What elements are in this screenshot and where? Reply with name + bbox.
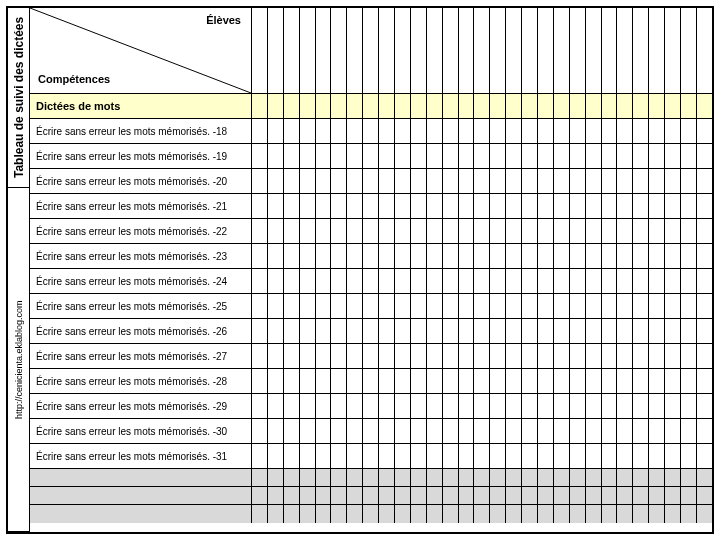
grid-cell <box>459 444 475 468</box>
grid-cell <box>268 144 284 168</box>
grid-cell <box>443 505 459 523</box>
grid-cell <box>427 194 443 218</box>
grid-cell <box>490 394 506 418</box>
grid-cell <box>331 219 347 243</box>
grid-cell <box>617 219 633 243</box>
grid-cell <box>363 219 379 243</box>
grid-cell <box>506 294 522 318</box>
grid-cells <box>252 144 712 168</box>
grid-cell <box>252 419 268 443</box>
grid-cell <box>586 469 602 486</box>
grid-cell <box>316 269 332 293</box>
grid-cell <box>316 294 332 318</box>
grid-cell <box>570 487 586 504</box>
grid-cell <box>268 505 284 523</box>
grid-cell <box>284 369 300 393</box>
grid-cell <box>538 469 554 486</box>
grid-cell <box>268 94 284 118</box>
grid-cell <box>633 444 649 468</box>
grid-cell <box>379 219 395 243</box>
grid-cell <box>268 487 284 504</box>
grid-cell <box>268 8 284 93</box>
grid-cell <box>490 119 506 143</box>
grid-cell <box>347 394 363 418</box>
grid-cell <box>617 394 633 418</box>
grid-cell <box>649 194 665 218</box>
grid-cell <box>252 94 268 118</box>
grid-cell <box>633 344 649 368</box>
grid-cell <box>411 119 427 143</box>
grid-cell <box>395 419 411 443</box>
grid-cell <box>649 244 665 268</box>
grid-cell <box>474 319 490 343</box>
grid-cell <box>490 444 506 468</box>
grid-cell <box>300 219 316 243</box>
grid-cell <box>459 294 475 318</box>
grid-cell <box>379 194 395 218</box>
grid-cell <box>506 394 522 418</box>
grid-cell <box>649 169 665 193</box>
grid-cell <box>379 119 395 143</box>
grid-cell <box>681 169 697 193</box>
grid-cell <box>395 369 411 393</box>
grid-cell <box>617 294 633 318</box>
grid-cell <box>395 94 411 118</box>
grid-cell <box>586 244 602 268</box>
grid-cell <box>538 94 554 118</box>
grid-cell <box>602 419 618 443</box>
grid-cell <box>363 344 379 368</box>
grid-cell <box>665 469 681 486</box>
grid-cell <box>633 319 649 343</box>
grid-cell <box>681 319 697 343</box>
grid-cell <box>554 219 570 243</box>
grid-cell <box>538 294 554 318</box>
grid-cell <box>697 505 712 523</box>
grid-cell <box>681 487 697 504</box>
grid-cell <box>427 394 443 418</box>
grid-cell <box>570 219 586 243</box>
grid-cell <box>506 469 522 486</box>
grid-cell <box>300 419 316 443</box>
grid-cell <box>411 394 427 418</box>
grid-cell <box>395 244 411 268</box>
grid-cell <box>474 505 490 523</box>
grid-cell <box>411 144 427 168</box>
grid-cell <box>697 94 712 118</box>
grid-cell <box>268 269 284 293</box>
grid-cell <box>427 505 443 523</box>
grid-cell <box>649 8 665 93</box>
grid-cell <box>649 294 665 318</box>
grid-cell <box>316 219 332 243</box>
grid-cell <box>570 94 586 118</box>
grid-cell <box>602 294 618 318</box>
empty-label-cell <box>30 505 252 523</box>
grid-cell <box>633 269 649 293</box>
grid-cell <box>443 169 459 193</box>
grid-cell <box>522 369 538 393</box>
grid-cell <box>347 244 363 268</box>
grid-cell <box>347 419 363 443</box>
grid-cell <box>395 394 411 418</box>
grid-cell <box>379 344 395 368</box>
grid-cell <box>300 394 316 418</box>
grid-cell <box>268 319 284 343</box>
grid-cell <box>602 394 618 418</box>
grid-cell <box>347 319 363 343</box>
document-title: Tableau de suivi des dictées <box>8 8 29 188</box>
grid-cell <box>617 369 633 393</box>
grid-cell <box>379 244 395 268</box>
grid-cell <box>284 144 300 168</box>
grid-cell <box>316 487 332 504</box>
grid-cell <box>316 169 332 193</box>
grid-cell <box>331 294 347 318</box>
grid-cell <box>538 8 554 93</box>
grid-cell <box>395 219 411 243</box>
grid-cell <box>554 8 570 93</box>
grid-cell <box>252 469 268 486</box>
grid-cell <box>665 8 681 93</box>
grid-cell <box>459 419 475 443</box>
grid-cell <box>522 394 538 418</box>
grid-cells <box>252 294 712 318</box>
grid-cell <box>379 94 395 118</box>
grid-cell <box>681 244 697 268</box>
